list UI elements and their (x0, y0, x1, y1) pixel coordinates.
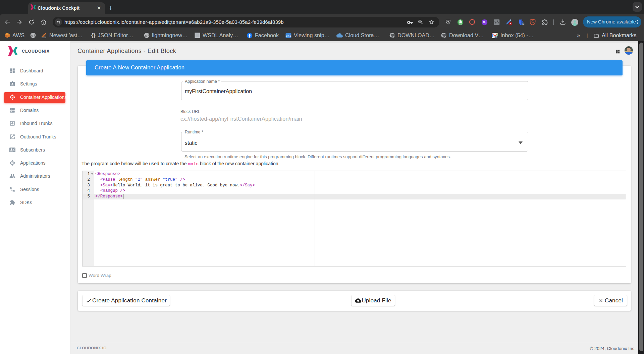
svg-text:◄B►: ◄B► (285, 34, 291, 37)
svg-text:100+: 100+ (494, 36, 498, 38)
svg-text:1: 1 (522, 23, 524, 25)
